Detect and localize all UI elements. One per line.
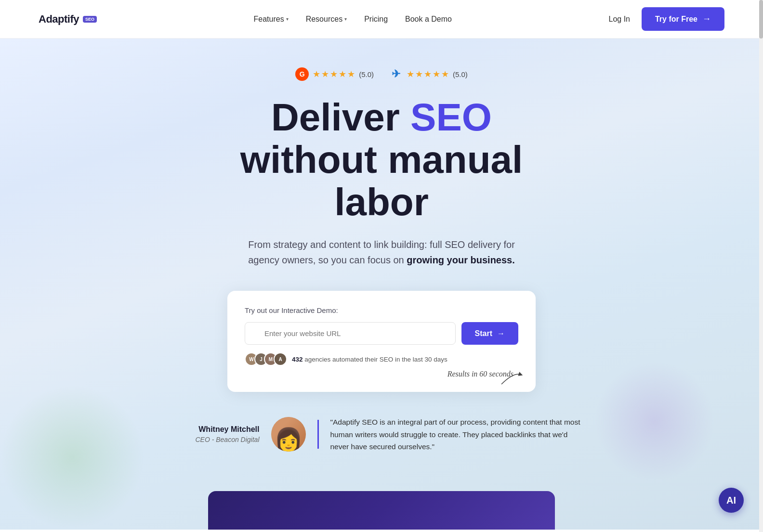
demo-card: Try out our Interactive Demo: 🔗 Start → …: [227, 291, 536, 392]
nav-book-demo[interactable]: Book a Demo: [405, 15, 452, 24]
star-half-icon: ★: [347, 69, 355, 79]
ai-chat-button[interactable]: AI: [719, 488, 744, 513]
hero-subheadline: From strategy and content to link buildi…: [232, 237, 531, 268]
nav-links: Features ▾ Resources ▾ Pricing Book a De…: [254, 15, 452, 24]
brand-name: Adaptify: [39, 13, 79, 26]
avatar-image: [271, 417, 306, 452]
g2-rating: G ★ ★ ★ ★ ★ (5.0): [295, 67, 374, 81]
avatar-group: W J M A: [245, 352, 287, 366]
url-input-wrapper: 🔗: [245, 322, 456, 345]
star-icon: ★: [330, 69, 338, 79]
try-for-free-button[interactable]: Try for Free →: [642, 7, 724, 31]
star-half-icon: ★: [441, 69, 449, 79]
scrollbar-thumb[interactable]: [759, 0, 763, 39]
star-icon: ★: [321, 69, 329, 79]
nav-resources[interactable]: Resources ▾: [306, 15, 347, 24]
capterra-rating: ✈ ★ ★ ★ ★ ★ (5.0): [389, 67, 468, 81]
chevron-down-icon: ▾: [286, 16, 289, 22]
star-icon: ★: [313, 69, 320, 79]
nav-actions: Log In Try for Free →: [608, 7, 724, 31]
star-icon: ★: [424, 69, 432, 79]
arrow-right-icon: →: [702, 14, 711, 24]
results-area: Results in 60 seconds: [245, 370, 518, 378]
arrow-curve-icon: [499, 367, 523, 387]
logo[interactable]: AdaptifySEO: [39, 13, 97, 26]
bottom-cta-preview: [208, 491, 555, 530]
testimonial-inner: Whitney Mitchell CEO - Beacon Digital "A…: [183, 416, 581, 453]
ratings-row: G ★ ★ ★ ★ ★ (5.0) ✈ ★ ★ ★ ★ ★ (5.0): [295, 67, 468, 81]
capterra-score: (5.0): [453, 70, 468, 78]
capterra-icon: ✈: [389, 67, 403, 81]
g2-stars: ★ ★ ★ ★ ★: [313, 69, 355, 79]
person-name: Whitney Mitchell: [183, 425, 260, 434]
navbar: AdaptifySEO Features ▾ Resources ▾ Prici…: [0, 0, 763, 39]
headline-highlight: SEO: [410, 96, 492, 139]
social-proof-text: 432 agencies automated their SEO in the …: [292, 356, 447, 363]
star-icon: ★: [433, 69, 440, 79]
person-title: CEO - Beacon Digital: [183, 436, 260, 443]
headline-part1: Deliver: [271, 96, 410, 139]
avatar: A: [274, 352, 287, 366]
social-proof: W J M A 432 agencies automated their SEO…: [245, 352, 518, 366]
nav-pricing[interactable]: Pricing: [364, 15, 388, 24]
demo-input-row: 🔗 Start →: [245, 322, 518, 345]
brand-badge: SEO: [83, 16, 97, 23]
g2-score: (5.0): [359, 70, 374, 78]
g2-icon: G: [295, 67, 309, 81]
hero-section: G ★ ★ ★ ★ ★ (5.0) ✈ ★ ★ ★ ★ ★ (5.0) Deli…: [0, 39, 763, 530]
start-button[interactable]: Start →: [461, 322, 518, 345]
nav-features[interactable]: Features ▾: [254, 15, 289, 24]
chevron-down-icon: ▾: [344, 16, 347, 22]
star-icon: ★: [415, 69, 423, 79]
testimonial-quote: "Adaptify SEO is an integral part of our…: [330, 416, 581, 453]
star-icon: ★: [407, 69, 414, 79]
headline-part2: without manuallabor: [240, 138, 523, 223]
testimonial-divider: [317, 420, 319, 449]
demo-label: Try out our Interactive Demo:: [245, 306, 518, 314]
capterra-stars: ★ ★ ★ ★ ★: [407, 69, 449, 79]
testimonial-section: Whitney Mitchell CEO - Beacon Digital "A…: [39, 392, 724, 467]
website-url-input[interactable]: [245, 322, 456, 345]
hero-headline: Deliver SEO without manuallabor: [240, 96, 523, 223]
login-link[interactable]: Log In: [608, 15, 630, 24]
person-avatar: [271, 417, 306, 452]
star-icon: ★: [339, 69, 346, 79]
testimonial-person: Whitney Mitchell CEO - Beacon Digital: [183, 425, 260, 443]
scrollbar[interactable]: [759, 0, 763, 532]
arrow-right-icon: →: [497, 329, 505, 338]
